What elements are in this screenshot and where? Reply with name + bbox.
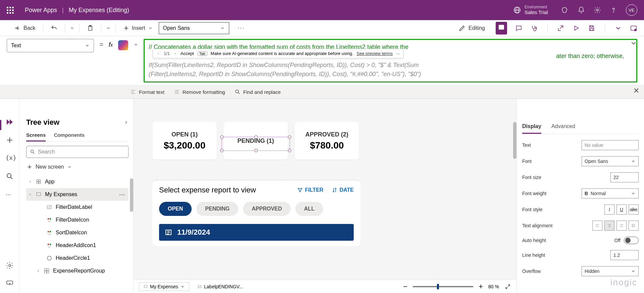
environment-picker[interactable]: Environment Sales Trial	[513, 5, 548, 15]
font-dropdown[interactable]: Open Sans	[582, 156, 639, 166]
vr-icon[interactable]	[6, 278, 14, 286]
svg-rect-33	[47, 271, 49, 273]
underline-button[interactable]: U	[616, 204, 627, 215]
plus-icon[interactable]	[6, 136, 14, 144]
tree-view-icon[interactable]	[6, 118, 14, 126]
autoheight-toggle[interactable]	[624, 237, 639, 244]
zoom-slider[interactable]	[413, 286, 473, 287]
date-sort-button[interactable]: DATE	[332, 187, 354, 193]
bell-icon[interactable]	[578, 6, 585, 14]
align-left-button[interactable]	[592, 221, 602, 231]
zoom-in[interactable]: +	[479, 282, 483, 291]
copilot-suggestion-tip: 1/1 Accept Tab Make sure AI-generated co…	[153, 49, 403, 58]
text-input[interactable]: No value	[582, 140, 639, 150]
help-icon[interactable]	[610, 6, 617, 14]
screen-icon	[143, 284, 148, 289]
chevron-right-icon[interactable]	[173, 52, 177, 56]
paste-button[interactable]	[84, 23, 96, 33]
variables-icon[interactable]: {x}	[6, 154, 14, 162]
item-menu[interactable]: ···	[119, 191, 125, 198]
format-text-button[interactable]: Format text	[130, 89, 164, 95]
back-button[interactable]: Back	[11, 23, 38, 33]
remove-formatting-button[interactable]: Remove formatting	[174, 89, 225, 95]
tree-item[interactable]: HeaderAddIcon1	[26, 239, 129, 252]
svg-point-28	[50, 244, 51, 245]
align-justify-button[interactable]	[629, 221, 639, 231]
chevron-down-icon	[631, 191, 636, 196]
play-icon[interactable]	[573, 24, 580, 32]
scrollbar[interactable]	[130, 178, 133, 212]
chevron-left-icon[interactable]	[156, 52, 160, 56]
align-center-button[interactable]	[604, 221, 614, 231]
filter-button[interactable]: FILTER	[297, 187, 324, 193]
tree-item[interactable]: FilterDateLabel	[26, 201, 129, 214]
breadcrumb-control[interactable]: LabelpENDINGV...	[197, 284, 243, 289]
chevron-right-icon[interactable]	[124, 120, 129, 125]
gear-icon[interactable]	[6, 261, 14, 270]
summary-card-pending[interactable]: PENDING (1)	[224, 122, 288, 160]
report-date-row[interactable]: 11/9/2024	[159, 224, 354, 241]
find-replace-button[interactable]: Find and replace	[235, 89, 281, 95]
tree-item[interactable]: HeaderCircle1	[26, 252, 129, 265]
gear-icon[interactable]	[594, 6, 601, 14]
strike-button[interactable]: abc	[629, 204, 639, 215]
chevron-down-icon[interactable]	[134, 42, 138, 47]
lineheight-input[interactable]: 1.2	[610, 250, 639, 260]
summary-card-open[interactable]: OPEN (1) $3,200.00	[152, 122, 217, 160]
fontweight-dropdown[interactable]: B Normal	[582, 188, 639, 198]
pill-pending[interactable]: PENDING	[196, 202, 238, 216]
italic-button[interactable]: I	[604, 204, 614, 215]
share-icon[interactable]	[557, 24, 564, 32]
scrollbar[interactable]	[513, 122, 516, 159]
align-right-button[interactable]	[616, 221, 627, 231]
pill-all[interactable]: ALL	[295, 202, 323, 216]
pill-approved[interactable]: APPROVED	[243, 202, 291, 216]
more-options[interactable]: ···	[238, 24, 245, 32]
close-button[interactable]: ✕	[633, 86, 639, 95]
tab-display[interactable]: Display	[522, 121, 541, 134]
avatar[interactable]: VE	[626, 4, 637, 16]
chevron-down-icon[interactable]	[614, 24, 622, 32]
comments-button[interactable]	[496, 22, 507, 35]
chat-icon[interactable]	[515, 24, 523, 32]
chevron-down-icon[interactable]	[106, 26, 111, 31]
svg-point-7	[536, 27, 537, 28]
fontsize-input[interactable]: 22	[610, 172, 639, 182]
app-launcher[interactable]	[3, 3, 17, 17]
undo-button[interactable]	[48, 23, 60, 33]
chevron-down-icon[interactable]	[70, 26, 75, 31]
more-icon[interactable]: ···	[6, 190, 14, 198]
new-screen-button[interactable]: New screen	[26, 162, 129, 172]
tab-advanced[interactable]: Advanced	[551, 121, 575, 134]
tree-item[interactable]: FilterDateIcon	[26, 214, 129, 226]
tree-item-app[interactable]: App	[26, 175, 129, 188]
property-dropdown[interactable]: Text	[7, 39, 94, 52]
chevron-down-icon[interactable]	[630, 40, 637, 47]
search-icon[interactable]	[6, 172, 14, 180]
preview-terms-link[interactable]: See preview terms	[357, 51, 393, 56]
tree-item[interactable]: SortDateIcon	[26, 226, 129, 239]
tab-components[interactable]: Components	[54, 129, 85, 141]
svg-rect-21	[37, 193, 41, 196]
tree-item-screen[interactable]: My Expenses ···	[26, 188, 129, 201]
copilot-button[interactable]	[118, 40, 128, 50]
pill-open[interactable]: OPEN	[159, 202, 192, 216]
stethoscope-icon[interactable]	[531, 24, 538, 32]
overflow-dropdown[interactable]: Hidden	[582, 266, 639, 276]
svg-rect-9	[590, 28, 593, 30]
copilot-icon[interactable]	[561, 6, 569, 14]
summary-card-approved[interactable]: APPROVED (2) $780.00	[295, 122, 359, 160]
font-dropdown[interactable]: Open Sans	[159, 22, 229, 34]
tab-screens[interactable]: Screens	[26, 129, 46, 141]
save-icon[interactable]	[588, 24, 595, 32]
svg-point-11	[635, 29, 637, 31]
formula-editor[interactable]: // Concatenates a dollar sign with the f…	[144, 39, 637, 82]
publish-icon[interactable]	[630, 24, 637, 32]
tree-item[interactable]: ExpenseReportGroup	[26, 265, 129, 277]
fit-icon[interactable]	[504, 283, 511, 290]
screen-tab[interactable]: My Expenses	[139, 282, 189, 291]
editing-mode[interactable]: Editing	[456, 23, 488, 33]
insert-button[interactable]: Insert	[120, 24, 155, 33]
zoom-out[interactable]: −	[403, 282, 407, 291]
tree-search[interactable]: Search	[26, 146, 129, 158]
